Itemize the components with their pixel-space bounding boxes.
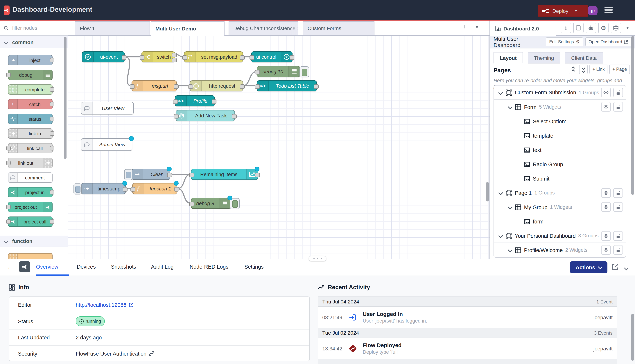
chevron-down-icon[interactable] xyxy=(498,190,503,195)
node-todo-list-table[interactable]: </> Todo List Table xyxy=(257,80,317,91)
node-ui-control[interactable]: ui control xyxy=(251,51,293,62)
node-function-1[interactable]: ƒ function 1 xyxy=(132,183,177,194)
node-ui-event[interactable]: ui-event xyxy=(82,51,125,62)
node-comment-user-view[interactable]: User View xyxy=(81,102,134,114)
debug-bug-icon[interactable] xyxy=(586,23,596,33)
palette-node-complete[interactable]: ! complete xyxy=(8,84,53,95)
visibility-eye-button[interactable] xyxy=(601,231,611,241)
activity-event-row[interactable]: 13:34:42 Flow Deployed Deploy type 'full… xyxy=(318,338,617,359)
debug-toggle-button[interactable] xyxy=(230,198,240,209)
palette-node-project-in[interactable]: project in xyxy=(8,187,53,198)
tree-widget-row[interactable]: Radio Group xyxy=(494,157,626,171)
palette-node-inject[interactable]: inject xyxy=(8,55,53,65)
chevron-down-icon[interactable] xyxy=(508,248,512,252)
node-chart-remaining-items[interactable]: Remaining Items xyxy=(191,169,258,180)
node-change[interactable]: set msg.payload xyxy=(184,51,243,62)
tab-layout[interactable]: Layout xyxy=(494,52,523,64)
palette-node-function-clipped[interactable] xyxy=(8,253,53,259)
chevron-down-icon[interactable] xyxy=(498,233,503,238)
palette-filter-input[interactable] xyxy=(12,24,61,31)
main-menu-button[interactable] xyxy=(604,6,612,13)
node-switch[interactable]: switch xyxy=(141,51,175,62)
palette-scrollbar[interactable] xyxy=(64,37,67,159)
tree-widget-row[interactable]: template xyxy=(494,128,626,143)
palette-node-link-call[interactable]: link call xyxy=(8,143,53,154)
tab-overview[interactable]: Overview xyxy=(36,259,58,275)
palette-node-project-out[interactable]: project out xyxy=(8,202,53,212)
unlock-button[interactable] xyxy=(613,102,623,112)
tree-group-row[interactable]: Profile/Welcome2 Widgets xyxy=(494,243,626,257)
node-debug-10[interactable]: debug 10 xyxy=(257,66,300,77)
palette-node-link-in[interactable]: link in xyxy=(8,128,53,139)
tree-page-row[interactable]: Your Personal Dashboard3 Groups xyxy=(494,228,626,243)
node-inject-timestamp[interactable]: timestamp xyxy=(81,183,126,194)
back-arrow-icon[interactable]: ← xyxy=(7,263,14,271)
help-book-icon[interactable] xyxy=(573,23,583,33)
flow-tab-flow1[interactable]: Flow 1 xyxy=(75,21,150,35)
edit-settings-button[interactable]: Edit Settings ⚙ xyxy=(546,38,583,46)
palette-node-status[interactable]: status xyxy=(8,114,53,124)
tree-widget-row[interactable]: text xyxy=(494,143,626,157)
node-comment-admin-view[interactable]: Admin View xyxy=(81,138,132,151)
deploy-caret-icon[interactable]: ▾ xyxy=(575,8,577,13)
tree-widget-row[interactable]: Submit xyxy=(494,171,626,186)
visibility-eye-button[interactable] xyxy=(601,88,611,97)
editor-link[interactable]: http://localhost:12086 xyxy=(76,302,126,308)
gear-icon[interactable]: ⚙ xyxy=(598,23,608,33)
flow-tab-multi-user-demo[interactable]: Multi User Demo xyxy=(151,21,225,36)
flow-tab-debug-chart[interactable]: Debug Chart Inconsistence S xyxy=(229,21,298,35)
tree-widget-row[interactable]: Select Option: xyxy=(494,114,626,128)
activity-event-row[interactable]: 08:21:49 User Logged In User 'joepavitt'… xyxy=(318,307,617,328)
add-page-button[interactable]: +Page xyxy=(609,64,630,74)
unlock-button[interactable] xyxy=(613,245,623,255)
palette-section-function[interactable]: function xyxy=(0,236,68,247)
node-msg-url[interactable]: ƒ msg.url xyxy=(132,80,177,91)
visibility-eye-button[interactable] xyxy=(601,202,611,212)
collapse-panel-caret-icon[interactable] xyxy=(625,264,628,271)
node-debug-9[interactable]: debug 9 xyxy=(191,198,231,209)
palette-search[interactable] xyxy=(0,20,68,36)
expand-all-button[interactable] xyxy=(579,64,588,74)
tab-audit-log[interactable]: Audit Log xyxy=(151,259,174,275)
visibility-eye-button[interactable] xyxy=(601,245,611,255)
tab-theming[interactable]: Theming xyxy=(528,52,560,64)
node-add-new-task[interactable]: Add New Task xyxy=(176,110,235,121)
sidebar-scrollbar[interactable] xyxy=(631,36,634,195)
flow-list-caret-icon[interactable]: ▾ xyxy=(476,24,478,30)
palette-node-link-out[interactable]: link out xyxy=(8,158,53,168)
tab-client-data[interactable]: Client Data xyxy=(565,52,603,64)
chevron-down-icon[interactable] xyxy=(508,205,512,209)
tree-page-row[interactable]: Custom Form Submission1 Groups xyxy=(494,86,626,100)
chevron-down-icon[interactable] xyxy=(508,104,512,109)
palette-node-debug[interactable]: debug xyxy=(8,70,53,80)
node-profile[interactable]: </> Profile xyxy=(175,96,215,106)
tab-snapshots[interactable]: Snapshots xyxy=(111,259,136,275)
tree-widget-row[interactable]: form xyxy=(494,214,626,228)
palette-node-project-call[interactable]: project call xyxy=(8,216,53,227)
panel-resize-handle[interactable] xyxy=(309,256,326,261)
unlock-button[interactable] xyxy=(613,231,623,241)
palette-node-catch[interactable]: ! catch xyxy=(8,99,53,109)
visibility-eye-button[interactable] xyxy=(601,102,611,112)
inject-button[interactable] xyxy=(74,184,82,194)
node-http-request[interactable]: http request xyxy=(190,80,243,91)
collapse-all-button[interactable] xyxy=(569,64,577,74)
tab-devices[interactable]: Devices xyxy=(77,259,96,275)
tree-group-row[interactable]: My Group1 Widgets xyxy=(494,200,626,214)
unlock-button[interactable] xyxy=(613,202,623,212)
palette-section-common[interactable]: common xyxy=(0,36,68,48)
actions-button[interactable]: Actions xyxy=(570,261,607,273)
context-data-icon[interactable] xyxy=(611,23,621,33)
add-flow-button[interactable]: + xyxy=(462,24,466,31)
unlock-button[interactable] xyxy=(613,188,623,198)
info-tab-button[interactable]: i xyxy=(561,23,571,33)
sidebar-tab-dashboard[interactable]: Dashboard 2.0 xyxy=(490,21,556,36)
node-inject-clear[interactable]: Clear xyxy=(132,169,170,180)
flow-canvas[interactable]: ui-event switch set msg.payload ui contr… xyxy=(68,36,490,259)
user-avatar[interactable]: jp xyxy=(588,6,597,16)
sidebar-more-caret-icon[interactable]: ▾ xyxy=(626,26,628,30)
inject-button[interactable] xyxy=(124,169,132,180)
flow-tab-custom-forms[interactable]: Custom Forms xyxy=(303,21,374,35)
tab-node-red-logs[interactable]: Node-RED Logs xyxy=(190,259,228,275)
debug-toggle-button[interactable] xyxy=(300,66,309,78)
